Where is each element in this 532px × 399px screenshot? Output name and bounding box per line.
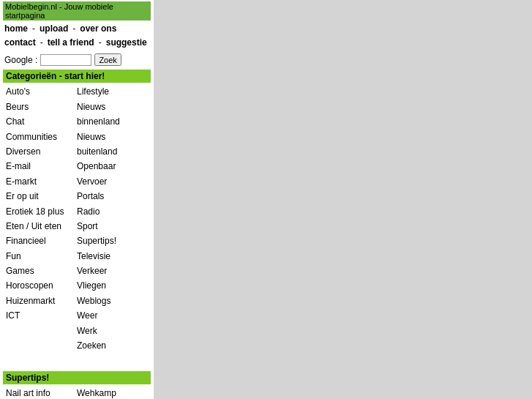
nav-tell-a-friend[interactable]: tell a friend	[48, 36, 94, 50]
cat-chat[interactable]: Chat	[6, 114, 77, 129]
cat-ict[interactable]: ICT	[6, 308, 77, 323]
supertips-grid: Nail art info Security Wehkamp Yunoo	[3, 384, 151, 399]
cat-emarkt[interactable]: E-markt	[6, 174, 77, 189]
cat-werk[interactable]: Werk	[77, 324, 148, 338]
cat-portals[interactable]: Portals	[77, 189, 148, 204]
top-nav: home - upload - over ons contact - tell …	[3, 20, 151, 51]
categories-header: Categorieën - start hier!	[3, 70, 151, 83]
cat-empty	[77, 353, 148, 368]
cat-supertips[interactable]: Supertips!	[77, 234, 148, 248]
category-right-col: Lifestyle Nieuws binnenland Nieuws buite…	[77, 84, 148, 368]
cat-sport[interactable]: Sport	[77, 219, 148, 234]
google-input[interactable]	[40, 54, 91, 66]
supertips-left-col: Nail art info Security	[6, 386, 77, 399]
cat-communities[interactable]: Communities	[6, 130, 77, 144]
nav-upload[interactable]: upload	[40, 22, 68, 36]
supertips-right-col: Wehkamp Yunoo	[77, 386, 148, 399]
supertip-wehkamp[interactable]: Wehkamp	[77, 386, 148, 399]
cat-weblogs[interactable]: Weblogs	[77, 294, 148, 308]
cat-financieel[interactable]: Financieel	[6, 234, 77, 248]
category-left-col: Auto's Beurs Chat Communities Diversen E…	[6, 84, 77, 368]
cat-radio[interactable]: Radio	[77, 204, 148, 219]
cat-beurs[interactable]: Beurs	[6, 100, 77, 114]
google-search-button[interactable]: Zoek	[94, 53, 121, 66]
supertip-nail-art-info[interactable]: Nail art info	[6, 386, 77, 399]
cat-nieuws-binnenland[interactable]: Nieuws binnenland	[77, 100, 148, 130]
cat-televisie[interactable]: Televisie	[77, 249, 148, 264]
cat-openbaar-vervoer[interactable]: Openbaar Vervoer	[77, 159, 148, 189]
nav-over-ons[interactable]: over ons	[80, 22, 116, 36]
cat-vliegen[interactable]: Vliegen	[77, 278, 148, 293]
nav-home[interactable]: home	[4, 22, 28, 36]
cat-horoscopen[interactable]: Horoscopen	[6, 278, 77, 293]
cat-fun[interactable]: Fun	[6, 249, 77, 264]
google-search-row: Google : Zoek	[3, 51, 151, 68]
cat-lifestyle[interactable]: Lifestyle	[77, 84, 148, 99]
page-title: Mobielbegin.nl - Jouw mobiele startpagin…	[5, 2, 113, 20]
nav-contact[interactable]: contact	[4, 36, 36, 50]
cat-eten[interactable]: Eten / Uit eten	[6, 219, 77, 234]
cat-autos[interactable]: Auto's	[6, 84, 77, 99]
cat-erotiek[interactable]: Erotiek 18 plus	[6, 204, 77, 219]
cat-verkeer[interactable]: Verkeer	[77, 264, 148, 278]
title-bar: Mobielbegin.nl - Jouw mobiele startpagin…	[3, 1, 151, 20]
cat-email[interactable]: E-mail	[6, 159, 77, 174]
cat-er-op-uit[interactable]: Er op uit	[6, 189, 77, 204]
cat-huizenmarkt[interactable]: Huizenmarkt	[6, 294, 77, 308]
cat-nieuws-buitenland[interactable]: Nieuws buitenland	[77, 130, 148, 160]
cat-games[interactable]: Games	[6, 264, 77, 278]
category-grid: Auto's Beurs Chat Communities Diversen E…	[3, 83, 151, 369]
google-label: Google :	[4, 55, 37, 65]
supertips-header: Supertips!	[3, 371, 151, 384]
cat-zoeken[interactable]: Zoeken	[77, 338, 148, 353]
cat-weer[interactable]: Weer	[77, 308, 148, 323]
nav-suggestie[interactable]: suggestie	[106, 36, 147, 50]
cat-diversen[interactable]: Diversen	[6, 144, 77, 159]
